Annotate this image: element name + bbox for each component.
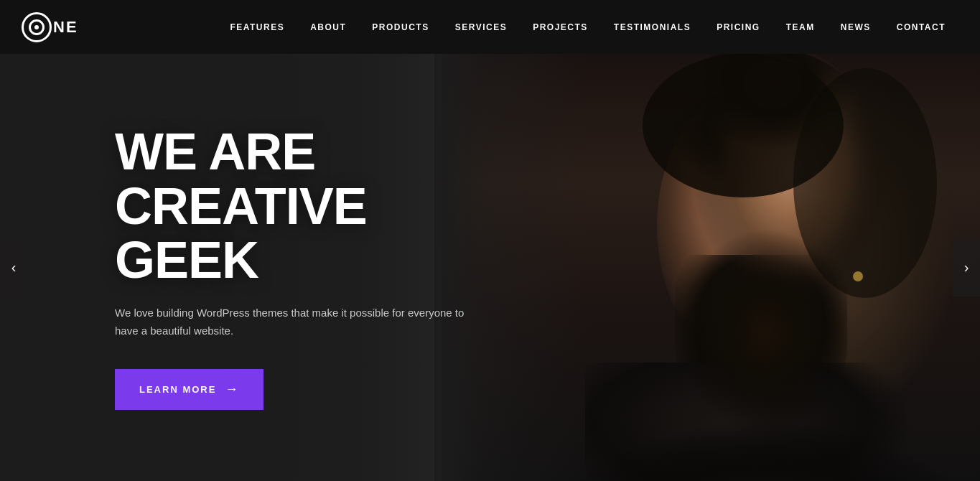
carousel-prev-button[interactable]: ‹ xyxy=(0,239,27,296)
svg-point-5 xyxy=(549,341,980,481)
nav-products[interactable]: PRODUCTS xyxy=(359,0,442,54)
cta-arrow: → xyxy=(225,382,239,397)
logo-o-ring xyxy=(29,19,45,35)
nav-projects[interactable]: PROJECTS xyxy=(520,0,601,54)
logo-dot xyxy=(34,25,39,29)
nav-features[interactable]: FEATURES xyxy=(217,0,297,54)
main-nav: FEATURES ABOUT PRODUCTS SERVICES PROJECT… xyxy=(121,0,958,54)
hero-subtitle: We love building WordPress themes that m… xyxy=(115,304,474,340)
nav-testimonials[interactable]: TESTIMONIALS xyxy=(601,0,704,54)
logo-circle xyxy=(22,12,52,42)
chevron-left-icon: ‹ xyxy=(11,259,17,276)
nav-about[interactable]: ABOUT xyxy=(297,0,359,54)
svg-point-7 xyxy=(853,271,863,281)
hero-section: WE ARE CREATIVE GEEK We love building Wo… xyxy=(0,54,980,481)
carousel-next-button[interactable]: › xyxy=(953,239,980,296)
learn-more-button[interactable]: LEARN MORE → xyxy=(115,369,263,410)
hero-title-line1: WE ARE xyxy=(115,123,315,180)
nav-team[interactable]: TEAM xyxy=(773,0,828,54)
logo[interactable]: NE xyxy=(22,12,78,42)
hero-title: WE ARE CREATIVE GEEK xyxy=(115,125,517,288)
logo-text: NE xyxy=(53,18,78,37)
cta-label: LEARN MORE xyxy=(139,384,216,395)
hero-title-line2: CREATIVE GEEK xyxy=(115,177,367,289)
nav-pricing[interactable]: PRICING xyxy=(704,0,773,54)
nav-contact[interactable]: CONTACT xyxy=(884,0,958,54)
header: NE FEATURES ABOUT PRODUCTS SERVICES PROJ… xyxy=(0,0,980,54)
hero-content: WE ARE CREATIVE GEEK We love building Wo… xyxy=(0,125,517,410)
chevron-right-icon: › xyxy=(964,259,969,276)
nav-news[interactable]: NEWS xyxy=(828,0,884,54)
nav-services[interactable]: SERVICES xyxy=(442,0,520,54)
